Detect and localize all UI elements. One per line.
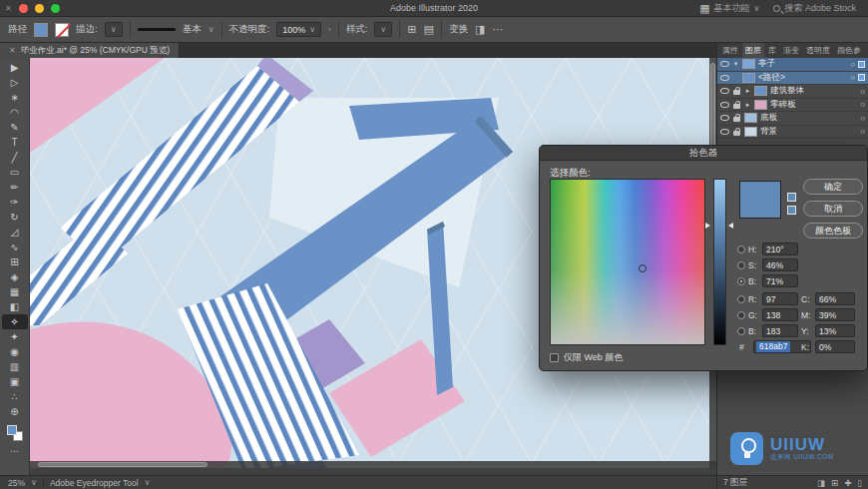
layer-row[interactable]: ▸ 零碎板 ○ [717,99,868,113]
workspace-switcher[interactable]: ▦ 基本功能 ∨ [699,2,759,15]
red-radio[interactable] [737,295,745,303]
disclosure-right-icon[interactable]: ▸ [744,101,751,109]
saturation-radio[interactable] [737,261,745,269]
width-tool[interactable]: ∿ [2,240,28,254]
layer-name[interactable]: 零碎板 [770,99,796,111]
blend-tool[interactable]: ✦ [2,329,28,344]
yellow-field[interactable]: 13% [815,324,855,337]
saturation-field[interactable]: 46% [762,258,798,271]
horizontal-scroll-thumb[interactable] [38,462,208,467]
red-field[interactable]: 97 [762,292,798,305]
window-close-icon[interactable]: ✕ [5,4,12,13]
lock-icon[interactable] [732,87,741,95]
green-field[interactable]: 138 [762,308,798,321]
lasso-tool[interactable]: ◠ [2,105,28,120]
pen-tool[interactable]: ✎ [2,120,28,135]
selection-tool[interactable]: ▶ [2,60,28,75]
tab-color-guide[interactable]: 颜色参 [834,43,864,58]
more-options-icon[interactable]: ⋯ [492,23,503,36]
color-swatches-button[interactable]: 颜色色板 [803,223,863,239]
disclosure-down-icon[interactable]: ▾ [732,60,739,68]
make-mask-icon[interactable]: ◨ [817,478,825,488]
selection-chip[interactable] [858,74,865,81]
cyan-field[interactable]: 66% [815,292,855,305]
document-tab[interactable]: ✕ 毕业作业.ai* @ 25% (CMYK/GPU 预览) [0,43,180,58]
black-field[interactable]: 0% [815,340,855,353]
magenta-field[interactable]: 39% [815,308,855,321]
free-transform-tool[interactable]: ⊞ [2,254,28,269]
mesh-tool[interactable]: ▦ [2,284,28,299]
blue-radio[interactable] [737,327,745,335]
green-radio[interactable] [737,311,745,319]
layer-name[interactable]: 背景 [760,126,777,138]
layer-name[interactable]: 建筑整体 [770,85,804,97]
shape-builder-tool[interactable]: ◈ [2,269,28,284]
target-icon[interactable]: ○ [860,87,865,96]
align-panel-icon[interactable]: ▤ [424,23,434,36]
close-window-button[interactable] [19,4,28,13]
layer-name[interactable]: 底板 [760,112,777,124]
layer-row[interactable]: ▸ 建筑整体 ○ [717,85,868,99]
zoom-level[interactable]: 25% [8,478,25,488]
stroke-weight-dropdown[interactable]: ∨ [105,22,123,37]
layer-name[interactable]: 亭子 [758,58,775,70]
stroke-color-swatch[interactable] [55,23,69,37]
direct-selection-tool[interactable]: ▷ [2,75,28,90]
target-icon[interactable]: ○ [850,73,855,82]
slider-arrow-left-icon[interactable] [705,223,710,229]
artboard-tool[interactable]: ▣ [2,374,28,389]
color-field-marker[interactable] [639,264,647,272]
disclosure-right-icon[interactable]: ▸ [744,87,751,95]
column-graph-tool[interactable]: ▥ [2,359,28,374]
web-only-checkbox-row[interactable]: 仅限 Web 颜色 [550,351,623,364]
brightness-slider[interactable] [713,179,726,345]
visibility-eye-icon[interactable] [720,88,729,94]
type-tool[interactable]: T [2,135,28,150]
magic-wand-tool[interactable]: ∗ [2,90,28,105]
brush-name[interactable]: 基本 [183,23,202,36]
new-sublayer-icon[interactable]: ⊞ [831,478,838,488]
tab-gradient[interactable]: 渐变 [780,43,802,58]
shape-options-icon[interactable]: ◨ [475,23,485,36]
visibility-eye-icon[interactable] [720,115,729,121]
minimize-window-button[interactable] [35,4,44,13]
fill-stroke-indicator[interactable] [7,425,23,441]
symbol-sprayer-tool[interactable]: ◉ [2,344,28,359]
opacity-more-icon[interactable]: › [328,25,331,34]
lock-icon[interactable] [732,101,741,109]
hue-field[interactable]: 210° [762,243,798,255]
paintbrush-tool[interactable]: ✏ [2,180,28,195]
ok-button[interactable]: 确定 [803,179,863,195]
zoom-tool[interactable]: ⊕ [2,404,28,419]
selection-chip[interactable] [858,61,865,68]
rotate-tool[interactable]: ↻ [2,210,28,225]
visibility-eye-icon[interactable] [720,75,729,81]
fill-proxy[interactable] [7,425,17,435]
color-field[interactable] [550,179,705,345]
line-segment-tool[interactable]: ╱ [2,150,28,165]
layer-name[interactable]: <路径> [758,72,785,84]
web-cube-icon[interactable] [787,193,796,202]
blue-field[interactable]: 183 [762,324,798,337]
rectangle-tool[interactable]: ▭ [2,165,28,180]
visibility-eye-icon[interactable] [720,129,729,135]
target-icon[interactable]: ○ [860,114,865,123]
tab-layers[interactable]: 图层 [742,43,764,58]
layer-row[interactable]: ▾ 亭子 ○ [717,58,868,72]
layer-row[interactable]: <路径> ○ [717,72,868,86]
brush-dropdown-icon[interactable]: ∨ [209,25,215,34]
layer-row[interactable]: 背景 ○ [717,126,868,140]
web-only-checkbox[interactable] [550,353,559,362]
target-icon[interactable]: ○ [860,100,865,109]
visibility-eye-icon[interactable] [720,61,729,67]
horizontal-scrollbar[interactable] [30,461,716,468]
stock-search[interactable]: 搜索 Adobe Stock [773,2,856,15]
fill-color-swatch[interactable] [34,23,48,37]
toolbar-more-icon[interactable]: ⋯ [10,446,19,456]
visibility-eye-icon[interactable] [720,102,729,108]
delete-layer-icon[interactable]: ▯ [857,478,862,488]
tab-transparency[interactable]: 透明度 [803,43,833,58]
lock-icon[interactable] [732,114,741,122]
target-icon[interactable]: ○ [850,60,855,69]
scale-tool[interactable]: ◿ [2,225,28,240]
